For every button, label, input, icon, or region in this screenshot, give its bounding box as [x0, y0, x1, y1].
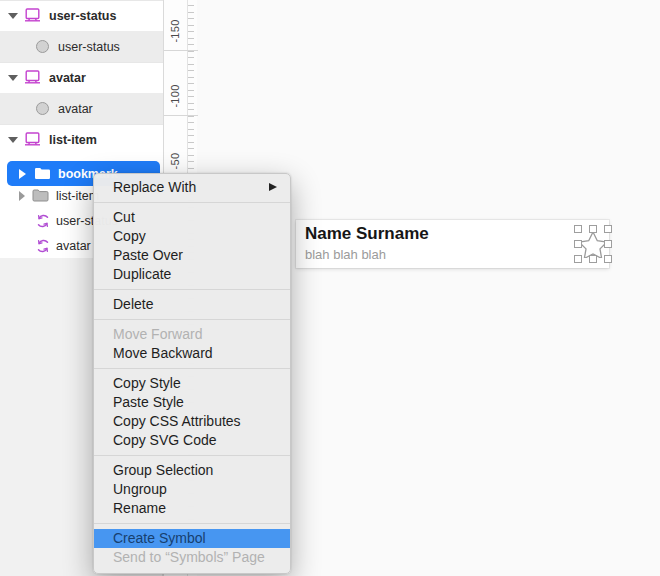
star-layer-selected[interactable]: [574, 225, 612, 263]
ruler-label: -100: [169, 81, 181, 111]
menu-separator: [94, 455, 290, 456]
menu-item-send-to-symbols-page: Send to “Symbols” Page: [94, 548, 290, 567]
menu-separator: [94, 289, 290, 290]
star-icon: [579, 231, 607, 258]
menu-item-move-forward: Move Forward: [94, 325, 290, 344]
selection-handle[interactable]: [604, 240, 612, 248]
layer-row-avatar-artboard[interactable]: avatar: [0, 62, 163, 93]
selection-handle[interactable]: [574, 255, 582, 263]
menu-item-ungroup[interactable]: Ungroup: [94, 480, 290, 499]
disclosure-right-icon[interactable]: [19, 169, 26, 179]
menu-item-duplicate[interactable]: Duplicate: [94, 265, 290, 284]
layer-row-list-item-artboard[interactable]: list-item: [0, 124, 163, 155]
menu-item-replace-with[interactable]: Replace With: [94, 178, 290, 197]
list-item-card[interactable]: Name Surname blah blah blah: [296, 220, 609, 268]
oval-shape-icon: [36, 40, 49, 53]
selection-handle[interactable]: [574, 240, 582, 248]
menu-item-rename[interactable]: Rename: [94, 499, 290, 518]
menu-item-paste-style[interactable]: Paste Style: [94, 393, 290, 412]
symbol-instance-icon: [36, 214, 50, 228]
layer-label: avatar: [58, 102, 93, 116]
selection-handle[interactable]: [604, 225, 612, 233]
layer-label: list-item: [49, 133, 97, 147]
layer-row-user-status-artboard[interactable]: user-status: [0, 0, 163, 31]
menu-separator: [94, 319, 290, 320]
menu-item-copy-css-attributes[interactable]: Copy CSS Attributes: [94, 412, 290, 431]
layer-label: user-status: [49, 9, 116, 23]
artboard-icon: [24, 8, 41, 24]
disclosure-down-icon[interactable]: [8, 137, 18, 143]
artboard-icon: [24, 132, 41, 148]
folder-icon: [32, 189, 49, 202]
disclosure-down-icon[interactable]: [8, 75, 18, 81]
menu-item-paste-over[interactable]: Paste Over: [94, 246, 290, 265]
card-subtitle: blah blah blah: [305, 247, 386, 262]
layer-label: user-status: [58, 40, 120, 54]
menu-item-group-selection[interactable]: Group Selection: [94, 461, 290, 480]
menu-item-copy-svg-code[interactable]: Copy SVG Code: [94, 431, 290, 450]
disclosure-down-icon[interactable]: [8, 13, 18, 19]
layer-row-user-status-oval[interactable]: user-status: [0, 31, 163, 62]
selection-handle[interactable]: [604, 255, 612, 263]
folder-icon: [34, 167, 51, 180]
ruler-label: -50: [169, 146, 181, 176]
menu-item-copy[interactable]: Copy: [94, 227, 290, 246]
menu-item-delete[interactable]: Delete: [94, 295, 290, 314]
selection-handle[interactable]: [589, 225, 597, 233]
menu-separator: [94, 523, 290, 524]
layer-label: avatar: [56, 239, 91, 253]
menu-separator: [94, 202, 290, 203]
menu-item-copy-style[interactable]: Copy Style: [94, 374, 290, 393]
symbol-instance-icon: [36, 239, 50, 253]
menu-separator: [94, 368, 290, 369]
card-title: Name Surname: [305, 224, 429, 244]
menu-item-move-backward[interactable]: Move Backward: [94, 344, 290, 363]
artboard-icon: [24, 70, 41, 86]
ruler-label: -150: [169, 16, 181, 46]
submenu-arrow-icon: [269, 183, 277, 191]
menu-item-cut[interactable]: Cut: [94, 208, 290, 227]
context-menu: Replace With Cut Copy Paste Over Duplica…: [93, 173, 291, 574]
selection-handle[interactable]: [574, 225, 582, 233]
disclosure-right-icon[interactable]: [19, 191, 25, 201]
selection-handle[interactable]: [589, 255, 597, 263]
layer-label: avatar: [49, 71, 86, 85]
oval-shape-icon: [36, 102, 49, 115]
menu-item-create-symbol[interactable]: Create Symbol: [94, 529, 290, 548]
layer-row-avatar-oval[interactable]: avatar: [0, 93, 163, 124]
